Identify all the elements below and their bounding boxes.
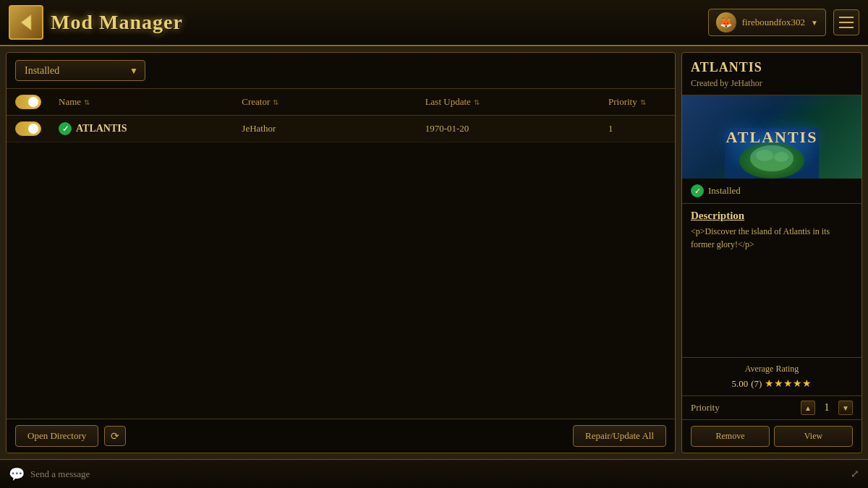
username: fireboundfox302	[742, 17, 805, 28]
filter-bar: Installed All Active	[7, 53, 675, 89]
sort-creator-icon[interactable]: ⇅	[273, 98, 278, 106]
mod-detail-creator: Created by JeHathor	[682, 78, 861, 95]
header-toggle[interactable]	[15, 95, 41, 109]
mod-detail-installed: ✓ Installed	[682, 179, 861, 204]
installed-label: Installed	[708, 185, 741, 197]
expand-icon[interactable]: ⤢	[851, 468, 859, 480]
mod-list-panel: Installed All Active Name ⇅ Creator ⇅	[6, 52, 676, 453]
row-priority-cell: 1	[608, 123, 666, 134]
col-last-update: Last Update ⇅	[425, 95, 608, 109]
installed-check-icon: ✓	[691, 184, 704, 197]
chat-icon: 💬	[9, 466, 25, 482]
priority-down-button[interactable]: ▼	[838, 401, 853, 415]
remove-button[interactable]: Remove	[691, 426, 770, 447]
priority-controls: ▲ 1 ▼	[801, 401, 853, 415]
refresh-button[interactable]: ⟳	[104, 426, 126, 446]
hamburger-menu-button[interactable]	[833, 9, 859, 35]
mod-status-icon: ✓	[59, 122, 72, 135]
mod-description-title: Description	[682, 204, 861, 225]
header: Mod Manager 🦊 fireboundfox302 ▼	[0, 0, 868, 46]
chat-bar: 💬 Send a message ⤢	[0, 459, 868, 488]
col-name: Name ⇅	[59, 95, 242, 109]
rating-number: 5.00	[732, 378, 749, 390]
filter-select[interactable]: Installed All Active	[15, 60, 145, 81]
row-date-cell: 1970-01-20	[425, 123, 608, 134]
col-toggle	[15, 95, 59, 109]
priority-label: Priority	[691, 402, 795, 414]
chat-input-placeholder[interactable]: Send a message	[30, 468, 845, 480]
back-button[interactable]	[9, 5, 43, 40]
row-toggle-cell	[15, 121, 59, 136]
sort-priority-icon[interactable]: ⇅	[640, 98, 646, 106]
rating-label: Average Rating	[691, 364, 853, 374]
priority-value: 1	[820, 402, 834, 414]
user-menu[interactable]: 🦊 fireboundfox302 ▼	[708, 9, 826, 36]
filter-select-wrap: Installed All Active	[15, 60, 145, 81]
mod-table: Name ⇅ Creator ⇅ Last Update ⇅ Priority …	[7, 89, 675, 254]
mod-detail-actions: Remove View	[682, 419, 861, 453]
open-directory-button[interactable]: Open Directory	[15, 425, 98, 447]
rating-count: (7)	[751, 378, 762, 390]
page-title: Mod Manager	[51, 11, 708, 34]
mod-toggle[interactable]	[15, 121, 41, 136]
main-content: Installed All Active Name ⇅ Creator ⇅	[0, 46, 868, 459]
row-name-cell: ✓ ATLANTIS	[59, 122, 242, 135]
svg-point-5	[774, 152, 788, 162]
svg-marker-0	[21, 15, 31, 30]
row-creator-cell: JeHathor	[242, 123, 425, 134]
table-header: Name ⇅ Creator ⇅ Last Update ⇅ Priority …	[7, 89, 675, 116]
chevron-down-icon: ▼	[811, 19, 818, 27]
mod-detail-title: ATLANTIS	[682, 53, 861, 78]
avatar: 🦊	[716, 12, 736, 33]
mod-name: ATLANTIS	[76, 123, 127, 134]
rating-value: 5.00 (7) ★★★★★	[691, 377, 853, 390]
mod-thumbnail: ATLANTIS	[682, 95, 861, 179]
repair-update-all-button[interactable]: Repair/Update All	[573, 425, 666, 447]
mod-description-text: <p>Discover the island of Atlantis in it…	[682, 225, 861, 357]
col-creator: Creator ⇅	[242, 95, 425, 109]
mod-rating-section: Average Rating 5.00 (7) ★★★★★	[682, 357, 861, 395]
sort-update-icon[interactable]: ⇅	[474, 98, 480, 106]
priority-up-button[interactable]: ▲	[801, 401, 815, 415]
sort-name-icon[interactable]: ⇅	[84, 98, 90, 106]
thumbnail-title: ATLANTIS	[726, 128, 818, 147]
table-body: ✓ ATLANTIS JeHathor 1970-01-20 1	[7, 116, 675, 142]
col-priority: Priority ⇅	[608, 95, 666, 109]
mod-priority-section: Priority ▲ 1 ▼	[682, 395, 861, 419]
mod-list-empty-space	[7, 254, 675, 419]
panel-actions: Open Directory ⟳ Repair/Update All	[7, 419, 675, 453]
table-row[interactable]: ✓ ATLANTIS JeHathor 1970-01-20 1	[7, 116, 675, 142]
rating-stars: ★★★★★	[765, 377, 812, 390]
svg-point-4	[756, 150, 773, 161]
view-button[interactable]: View	[774, 426, 853, 447]
mod-detail-panel: ATLANTIS Created by JeHathor	[681, 52, 862, 453]
